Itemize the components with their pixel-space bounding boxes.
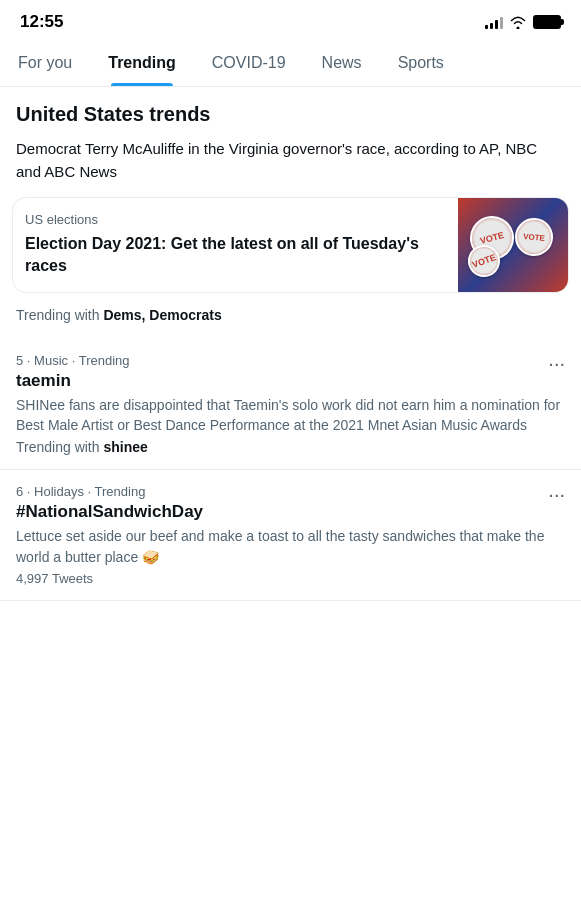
trend-sandwich-description: Lettuce set aside our beef and make a to… [16,526,565,567]
tab-trending[interactable]: Trending [90,40,194,86]
trending-content: United States trends Democrat Terry McAu… [0,87,581,601]
tab-bar: For you Trending COVID-19 News Sports [0,40,581,87]
trend-taemin-meta: 5 · Music · Trending [16,353,565,368]
status-bar: 12:55 [0,0,581,40]
wifi-icon [509,15,527,29]
tab-covid19[interactable]: COVID-19 [194,40,304,86]
intro-text: Democrat Terry McAuliffe in the Virginia… [0,134,581,193]
election-headline: Election Day 2021: Get the latest on all… [25,233,446,278]
trend-taemin-tags: Trending with shinee [16,439,565,455]
trend-taemin-name: taemin [16,371,565,391]
trend-sandwich-more[interactable]: ··· [548,484,565,504]
election-card[interactable]: US elections Election Day 2021: Get the … [12,197,569,293]
trend-taemin-more[interactable]: ··· [548,353,565,373]
status-icons [485,15,561,29]
section-title: United States trends [0,87,581,134]
trend-item-taemin[interactable]: 5 · Music · Trending taemin SHINee fans … [0,339,581,471]
trend-sandwich-meta: 6 · Holidays · Trending [16,484,565,499]
election-trending-tags: Trending with Dems, Democrats [0,303,581,339]
battery-icon [533,15,561,29]
election-card-text: US elections Election Day 2021: Get the … [13,198,458,292]
tab-sports[interactable]: Sports [380,40,462,86]
trend-sandwich-count: 4,997 Tweets [16,571,565,586]
status-time: 12:55 [20,12,63,32]
vote-sticker-1: VOTE [513,216,554,257]
election-card-image: VOTE VOTE VOTE [458,198,568,292]
tab-news[interactable]: News [304,40,380,86]
trend-item-sandwich[interactable]: 6 · Holidays · Trending #NationalSandwic… [0,470,581,601]
taemin-trending-strong: shinee [103,439,147,455]
tab-for-you[interactable]: For you [0,40,90,86]
signal-icon [485,15,503,29]
trend-taemin-description: SHINee fans are disappointed that Taemin… [16,395,565,436]
trend-sandwich-name: #NationalSandwichDay [16,502,565,522]
election-trending-strong: Dems, Democrats [103,307,221,323]
election-label: US elections [25,212,446,227]
